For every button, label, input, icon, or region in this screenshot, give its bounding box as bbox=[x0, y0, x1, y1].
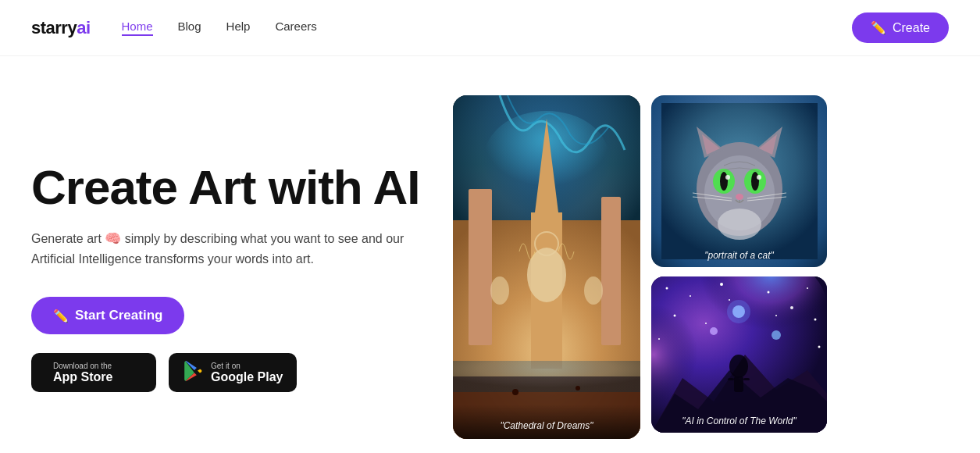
svg-point-46 bbox=[658, 338, 660, 340]
space-art-bg bbox=[651, 276, 827, 433]
svg-point-33 bbox=[718, 209, 761, 240]
brain-emoji: 🧠 bbox=[105, 231, 121, 246]
main-content: Create Art with AI Generate art 🧠 simply… bbox=[0, 56, 980, 453]
svg-point-25 bbox=[751, 172, 759, 191]
pencil-icon: ✏️ bbox=[871, 20, 886, 35]
create-button[interactable]: ✏️ Create bbox=[852, 12, 949, 43]
svg-point-53 bbox=[727, 300, 750, 323]
svg-point-55 bbox=[772, 330, 781, 340]
navigation: Home Blog Help Careers bbox=[122, 20, 852, 36]
svg-point-44 bbox=[705, 323, 707, 324]
svg-rect-59 bbox=[743, 378, 750, 380]
hero-title: Create Art with AI bbox=[31, 162, 437, 212]
svg-point-54 bbox=[710, 327, 718, 335]
svg-point-43 bbox=[674, 315, 676, 317]
svg-point-28 bbox=[736, 194, 743, 200]
header: starryai Home Blog Help Careers ✏️ Creat… bbox=[0, 0, 980, 56]
nav-blog[interactable]: Blog bbox=[178, 20, 201, 36]
svg-point-41 bbox=[807, 287, 808, 289]
hero-subtitle: Generate art 🧠 simply by describing what… bbox=[31, 228, 406, 269]
svg-point-8 bbox=[490, 276, 509, 305]
cathedral-caption-overlay: "Cathedral of Dreams" bbox=[453, 405, 640, 439]
cathedral-caption: "Cathedral of Dreams" bbox=[462, 420, 631, 431]
hero-images: "Cathedral of Dreams" bbox=[437, 87, 949, 453]
svg-point-48 bbox=[729, 299, 730, 301]
apple-store-small: Download on the bbox=[53, 362, 112, 370]
hero-left: Create Art with AI Generate art 🧠 simply… bbox=[31, 87, 437, 453]
start-creating-button[interactable]: ✏️ Start Creating bbox=[31, 297, 184, 334]
google-play-large: Google Play bbox=[211, 370, 283, 384]
nav-careers[interactable]: Careers bbox=[275, 20, 316, 36]
svg-point-27 bbox=[757, 175, 761, 180]
svg-point-38 bbox=[690, 295, 691, 297]
svg-rect-4 bbox=[601, 197, 621, 345]
svg-rect-12 bbox=[453, 361, 640, 392]
svg-point-45 bbox=[814, 319, 817, 321]
store-buttons: Download on the App Store Get it on Goog… bbox=[31, 353, 437, 392]
google-play-icon bbox=[183, 361, 203, 384]
google-play-small: Get it on bbox=[211, 362, 283, 370]
cat-image: "portrait of a cat" bbox=[651, 95, 827, 267]
svg-point-49 bbox=[775, 315, 777, 316]
svg-point-24 bbox=[720, 172, 728, 191]
space-caption: "AI in Control of The World" bbox=[651, 416, 827, 426]
svg-point-9 bbox=[584, 276, 603, 305]
google-play-button[interactable]: Get it on Google Play bbox=[169, 353, 297, 392]
svg-point-37 bbox=[666, 287, 668, 290]
nav-help[interactable]: Help bbox=[226, 20, 251, 36]
svg-point-56 bbox=[729, 355, 748, 378]
apple-store-large: App Store bbox=[53, 370, 112, 384]
cathedral-art bbox=[453, 95, 640, 439]
svg-point-42 bbox=[790, 306, 793, 309]
svg-point-40 bbox=[768, 291, 770, 294]
app-store-button[interactable]: Download on the App Store bbox=[31, 353, 156, 392]
svg-point-47 bbox=[818, 346, 821, 348]
svg-rect-3 bbox=[469, 189, 492, 345]
start-pencil-icon: ✏️ bbox=[53, 309, 69, 323]
cat-art-bg bbox=[651, 95, 827, 267]
svg-point-39 bbox=[720, 283, 723, 286]
right-images-column: "portrait of a cat" bbox=[651, 95, 827, 433]
space-image: "AI in Control of The World" bbox=[651, 276, 827, 433]
svg-point-13 bbox=[512, 389, 519, 395]
cat-caption: "portrait of a cat" bbox=[651, 250, 827, 261]
logo[interactable]: starryai bbox=[31, 18, 91, 38]
nav-home[interactable]: Home bbox=[122, 20, 153, 36]
cathedral-image: "Cathedral of Dreams" bbox=[453, 95, 640, 439]
svg-point-14 bbox=[576, 386, 580, 391]
svg-rect-57 bbox=[734, 376, 743, 392]
svg-rect-58 bbox=[728, 378, 734, 380]
svg-point-26 bbox=[725, 175, 730, 180]
